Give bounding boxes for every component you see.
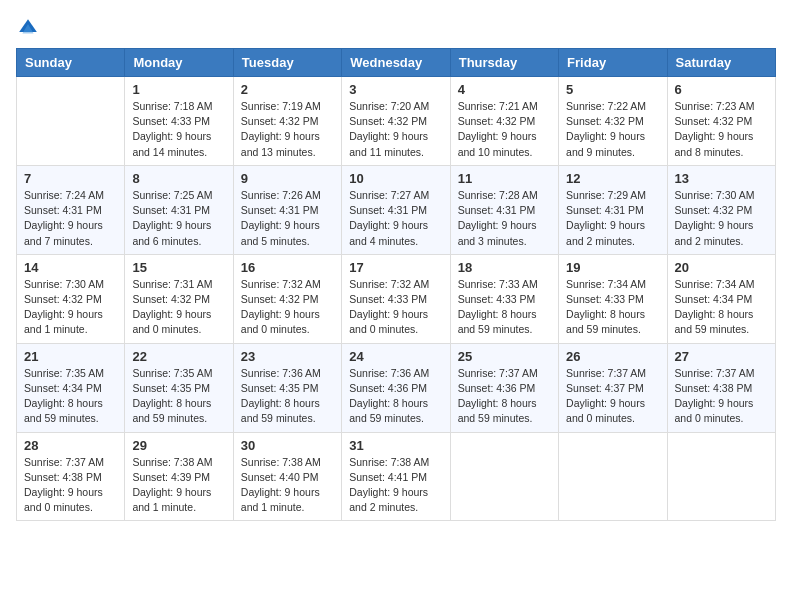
day-number: 4 [458,82,551,97]
calendar-cell: 6Sunrise: 7:23 AM Sunset: 4:32 PM Daylig… [667,77,775,166]
day-info: Sunrise: 7:37 AM Sunset: 4:38 PM Dayligh… [24,455,117,516]
day-info: Sunrise: 7:36 AM Sunset: 4:35 PM Dayligh… [241,366,334,427]
day-info: Sunrise: 7:28 AM Sunset: 4:31 PM Dayligh… [458,188,551,249]
day-info: Sunrise: 7:35 AM Sunset: 4:35 PM Dayligh… [132,366,225,427]
calendar-cell: 31Sunrise: 7:38 AM Sunset: 4:41 PM Dayli… [342,432,450,521]
weekday-header-row: SundayMondayTuesdayWednesdayThursdayFrid… [17,49,776,77]
weekday-header-tuesday: Tuesday [233,49,341,77]
calendar-cell: 21Sunrise: 7:35 AM Sunset: 4:34 PM Dayli… [17,343,125,432]
calendar-cell: 10Sunrise: 7:27 AM Sunset: 4:31 PM Dayli… [342,165,450,254]
day-number: 14 [24,260,117,275]
day-number: 26 [566,349,659,364]
calendar-cell: 28Sunrise: 7:37 AM Sunset: 4:38 PM Dayli… [17,432,125,521]
day-number: 29 [132,438,225,453]
day-info: Sunrise: 7:21 AM Sunset: 4:32 PM Dayligh… [458,99,551,160]
calendar-week-row: 21Sunrise: 7:35 AM Sunset: 4:34 PM Dayli… [17,343,776,432]
day-info: Sunrise: 7:33 AM Sunset: 4:33 PM Dayligh… [458,277,551,338]
weekday-header-monday: Monday [125,49,233,77]
day-info: Sunrise: 7:32 AM Sunset: 4:32 PM Dayligh… [241,277,334,338]
calendar-table: SundayMondayTuesdayWednesdayThursdayFrid… [16,48,776,521]
day-number: 6 [675,82,768,97]
calendar-cell: 20Sunrise: 7:34 AM Sunset: 4:34 PM Dayli… [667,254,775,343]
day-number: 1 [132,82,225,97]
day-number: 5 [566,82,659,97]
day-number: 18 [458,260,551,275]
calendar-cell: 5Sunrise: 7:22 AM Sunset: 4:32 PM Daylig… [559,77,667,166]
calendar-cell: 14Sunrise: 7:30 AM Sunset: 4:32 PM Dayli… [17,254,125,343]
calendar-week-row: 7Sunrise: 7:24 AM Sunset: 4:31 PM Daylig… [17,165,776,254]
day-number: 19 [566,260,659,275]
page-header [16,16,776,40]
day-number: 20 [675,260,768,275]
calendar-cell: 1Sunrise: 7:18 AM Sunset: 4:33 PM Daylig… [125,77,233,166]
day-number: 3 [349,82,442,97]
day-number: 27 [675,349,768,364]
day-number: 21 [24,349,117,364]
calendar-week-row: 28Sunrise: 7:37 AM Sunset: 4:38 PM Dayli… [17,432,776,521]
calendar-week-row: 1Sunrise: 7:18 AM Sunset: 4:33 PM Daylig… [17,77,776,166]
calendar-cell: 24Sunrise: 7:36 AM Sunset: 4:36 PM Dayli… [342,343,450,432]
weekday-header-friday: Friday [559,49,667,77]
calendar-cell: 29Sunrise: 7:38 AM Sunset: 4:39 PM Dayli… [125,432,233,521]
day-info: Sunrise: 7:37 AM Sunset: 4:37 PM Dayligh… [566,366,659,427]
day-number: 10 [349,171,442,186]
day-number: 9 [241,171,334,186]
day-info: Sunrise: 7:24 AM Sunset: 4:31 PM Dayligh… [24,188,117,249]
weekday-header-thursday: Thursday [450,49,558,77]
calendar-cell: 7Sunrise: 7:24 AM Sunset: 4:31 PM Daylig… [17,165,125,254]
day-info: Sunrise: 7:38 AM Sunset: 4:39 PM Dayligh… [132,455,225,516]
day-info: Sunrise: 7:20 AM Sunset: 4:32 PM Dayligh… [349,99,442,160]
day-info: Sunrise: 7:38 AM Sunset: 4:41 PM Dayligh… [349,455,442,516]
calendar-cell: 15Sunrise: 7:31 AM Sunset: 4:32 PM Dayli… [125,254,233,343]
calendar-cell: 22Sunrise: 7:35 AM Sunset: 4:35 PM Dayli… [125,343,233,432]
calendar-cell: 4Sunrise: 7:21 AM Sunset: 4:32 PM Daylig… [450,77,558,166]
calendar-cell [450,432,558,521]
weekday-header-saturday: Saturday [667,49,775,77]
day-number: 12 [566,171,659,186]
calendar-cell: 30Sunrise: 7:38 AM Sunset: 4:40 PM Dayli… [233,432,341,521]
calendar-cell: 13Sunrise: 7:30 AM Sunset: 4:32 PM Dayli… [667,165,775,254]
day-info: Sunrise: 7:19 AM Sunset: 4:32 PM Dayligh… [241,99,334,160]
calendar-cell [667,432,775,521]
day-info: Sunrise: 7:31 AM Sunset: 4:32 PM Dayligh… [132,277,225,338]
weekday-header-wednesday: Wednesday [342,49,450,77]
day-info: Sunrise: 7:38 AM Sunset: 4:40 PM Dayligh… [241,455,334,516]
day-info: Sunrise: 7:29 AM Sunset: 4:31 PM Dayligh… [566,188,659,249]
day-info: Sunrise: 7:26 AM Sunset: 4:31 PM Dayligh… [241,188,334,249]
calendar-cell [559,432,667,521]
day-number: 11 [458,171,551,186]
day-info: Sunrise: 7:22 AM Sunset: 4:32 PM Dayligh… [566,99,659,160]
day-number: 31 [349,438,442,453]
day-info: Sunrise: 7:30 AM Sunset: 4:32 PM Dayligh… [24,277,117,338]
day-info: Sunrise: 7:37 AM Sunset: 4:36 PM Dayligh… [458,366,551,427]
day-number: 30 [241,438,334,453]
day-info: Sunrise: 7:23 AM Sunset: 4:32 PM Dayligh… [675,99,768,160]
day-number: 15 [132,260,225,275]
day-number: 13 [675,171,768,186]
calendar-cell: 8Sunrise: 7:25 AM Sunset: 4:31 PM Daylig… [125,165,233,254]
calendar-cell: 11Sunrise: 7:28 AM Sunset: 4:31 PM Dayli… [450,165,558,254]
day-number: 22 [132,349,225,364]
day-info: Sunrise: 7:36 AM Sunset: 4:36 PM Dayligh… [349,366,442,427]
day-info: Sunrise: 7:34 AM Sunset: 4:34 PM Dayligh… [675,277,768,338]
calendar-cell: 16Sunrise: 7:32 AM Sunset: 4:32 PM Dayli… [233,254,341,343]
calendar-cell: 18Sunrise: 7:33 AM Sunset: 4:33 PM Dayli… [450,254,558,343]
calendar-cell: 9Sunrise: 7:26 AM Sunset: 4:31 PM Daylig… [233,165,341,254]
day-number: 2 [241,82,334,97]
day-info: Sunrise: 7:35 AM Sunset: 4:34 PM Dayligh… [24,366,117,427]
calendar-cell: 25Sunrise: 7:37 AM Sunset: 4:36 PM Dayli… [450,343,558,432]
day-info: Sunrise: 7:30 AM Sunset: 4:32 PM Dayligh… [675,188,768,249]
day-number: 17 [349,260,442,275]
day-info: Sunrise: 7:34 AM Sunset: 4:33 PM Dayligh… [566,277,659,338]
day-number: 8 [132,171,225,186]
calendar-cell: 3Sunrise: 7:20 AM Sunset: 4:32 PM Daylig… [342,77,450,166]
calendar-cell: 27Sunrise: 7:37 AM Sunset: 4:38 PM Dayli… [667,343,775,432]
day-number: 28 [24,438,117,453]
calendar-cell: 23Sunrise: 7:36 AM Sunset: 4:35 PM Dayli… [233,343,341,432]
calendar-cell: 2Sunrise: 7:19 AM Sunset: 4:32 PM Daylig… [233,77,341,166]
day-info: Sunrise: 7:18 AM Sunset: 4:33 PM Dayligh… [132,99,225,160]
day-number: 25 [458,349,551,364]
day-number: 16 [241,260,334,275]
logo [16,16,44,40]
day-info: Sunrise: 7:27 AM Sunset: 4:31 PM Dayligh… [349,188,442,249]
